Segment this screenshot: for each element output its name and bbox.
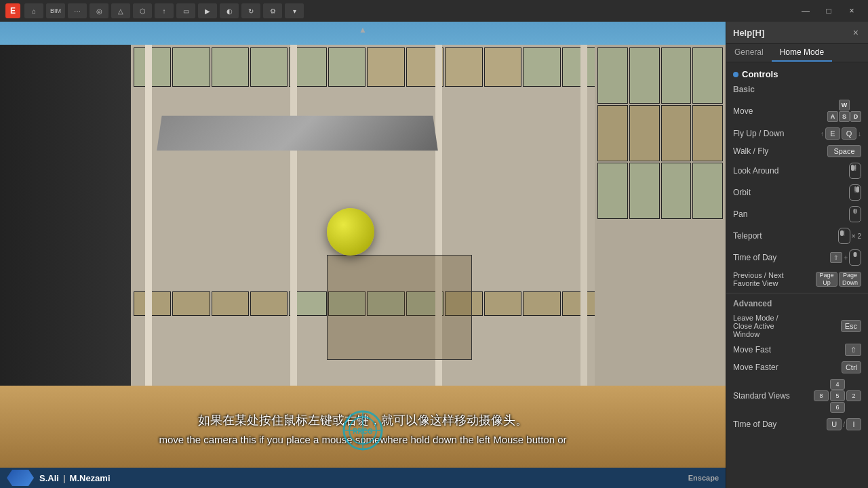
- key-pagedown: PageDown: [839, 272, 861, 287]
- control-orbit-name: Orbit: [733, 188, 846, 197]
- control-std-views-name: Standard Views: [733, 391, 811, 401]
- panel-tabs: General Home Mode: [726, 44, 868, 62]
- section-controls-label: Controls: [742, 69, 778, 79]
- control-leave-name: Leave Mode /Close ActiveWindow: [733, 314, 838, 338]
- bottom-bar: S.Ali | M.Nezami Enscape: [0, 468, 726, 488]
- app-logo: E: [5, 3, 20, 18]
- titlebar-window-controls: — □ ×: [795, 3, 863, 18]
- scene: ▲ 如果在某处按住鼠标左键或右键，就可以像这样移动摄像头。 move the c…: [0, 22, 726, 488]
- move-keys: W A S D: [827, 100, 861, 122]
- look-keys: [849, 163, 861, 179]
- key-4: 4: [830, 379, 845, 390]
- toolbar-settings[interactable]: ⚙: [263, 3, 282, 18]
- titlebar: E ⌂ BIM ⋯ ◎ △ ⬡ ↑ ▭ ▶ ◐ ↻ ⚙ ▾ — □ ×: [0, 0, 868, 22]
- key-esc: Esc: [841, 320, 861, 332]
- fly-keys: ↑ E Q ↓: [821, 127, 861, 140]
- mouse-right-icon: [849, 184, 861, 201]
- control-pan-name: Pan: [733, 209, 846, 219]
- main-area: ▲ 如果在某处按住鼠标左键或右键，就可以像这样移动摄像头。 move the c…: [0, 22, 868, 488]
- control-fly-updown: Fly Up / Down ↑ E Q ↓: [726, 125, 868, 142]
- bottom-bar-authors: S.Ali | M.Nezami: [39, 473, 111, 483]
- toolbar-screenshot[interactable]: ▭: [176, 3, 195, 18]
- control-time-adv-name: Time of Day: [733, 420, 824, 429]
- esc-key: Esc: [841, 320, 861, 332]
- control-teleport-name: Teleport: [733, 231, 835, 241]
- control-move-fast-name: Move Fast: [733, 345, 842, 354]
- author2: M.Nezami: [70, 473, 111, 483]
- key-5: 5: [830, 390, 845, 401]
- help-panel: Help[H] × General Home Mode Controls Bas…: [726, 22, 868, 488]
- numkeys: 8 4 5 6 2: [814, 379, 861, 413]
- control-look-around: Look Around: [726, 160, 868, 182]
- section-dot: [733, 72, 738, 77]
- teleport-keys: × 2: [838, 228, 861, 244]
- shift-key-icon: ⇧: [845, 344, 861, 356]
- panel-content: Controls Basic Move W A S D: [726, 62, 868, 488]
- toolbar-group[interactable]: ⬡: [133, 3, 152, 18]
- key-2: 2: [846, 390, 861, 401]
- control-teleport: Teleport × 2: [726, 225, 868, 247]
- control-move-faster-name: Move Faster: [733, 363, 839, 372]
- key-i: I: [846, 418, 861, 430]
- control-time-name: Time of Day: [733, 253, 827, 262]
- yellow-sphere: [327, 208, 374, 256]
- mouse-dblclick-icon: [838, 228, 850, 244]
- control-prev-next-view: Previous / NextFavorite View PageUp Page…: [726, 268, 868, 290]
- key-pageup: PageUp: [816, 272, 837, 287]
- toolbar-home[interactable]: ⌂: [24, 3, 43, 18]
- control-prev-next-name: Previous / NextFavorite View: [733, 271, 813, 287]
- toolbar-vr[interactable]: ◐: [220, 3, 239, 18]
- shift-key: ⇧: [845, 344, 861, 356]
- control-leave-mode: Leave Mode /Close ActiveWindow Esc: [726, 311, 868, 341]
- key-6: 6: [830, 402, 845, 413]
- toolbar-scene[interactable]: △: [111, 3, 130, 18]
- bottom-bar-logo: [7, 470, 34, 486]
- toolbar-bim[interactable]: BIM: [46, 3, 65, 18]
- titlebar-left: E ⌂ BIM ⋯ ◎ △ ⬡ ↑ ▭ ▶ ◐ ↻ ⚙ ▾: [5, 3, 304, 18]
- tab-general[interactable]: General: [726, 44, 772, 62]
- panel-header: Help[H] ×: [726, 22, 868, 44]
- walk-fly-keys: Space: [827, 145, 861, 157]
- shift-icon: ⇧: [830, 252, 842, 263]
- toolbar-icons: ⌂ BIM ⋯ ◎ △ ⬡ ↑ ▭ ▶ ◐ ↻ ⚙ ▾: [24, 3, 304, 18]
- control-move: Move W A S D: [726, 97, 868, 125]
- toolbar-view2[interactable]: ⋯: [68, 3, 87, 18]
- toolbar-sync[interactable]: ↻: [241, 3, 260, 18]
- control-walk-fly: Walk / Fly Space: [726, 142, 868, 160]
- panel-close-button[interactable]: ×: [850, 26, 861, 39]
- key-q: Q: [842, 127, 856, 140]
- time-keys: ⇧ +: [830, 249, 861, 266]
- toolbar-dropdown[interactable]: ▾: [285, 3, 304, 18]
- control-move-faster: Move Faster Ctrl: [726, 359, 868, 376]
- divider-1: [726, 293, 868, 293]
- key-e: E: [825, 127, 840, 140]
- control-move-fast: Move Fast ⇧: [726, 341, 868, 359]
- toolbar-eye[interactable]: ◎: [90, 3, 108, 18]
- toolbar-export[interactable]: ↑: [155, 3, 174, 18]
- control-look-around-name: Look Around: [733, 166, 846, 176]
- close-button[interactable]: ×: [841, 3, 863, 18]
- minimize-button[interactable]: —: [795, 3, 816, 18]
- mouse-middle-icon: [849, 206, 861, 222]
- ui-keys: U / I: [827, 418, 861, 430]
- control-move-name: Move: [733, 106, 825, 116]
- tab-home-mode[interactable]: Home Mode: [772, 44, 832, 62]
- ctrl-key: Ctrl: [842, 361, 861, 373]
- control-standard-views: Standard Views 8 4 5 6 2: [726, 376, 868, 415]
- key-8: 8: [814, 390, 829, 401]
- bottom-bar-brand: Enscape: [688, 474, 719, 482]
- key-space: Space: [827, 145, 861, 157]
- control-time-of-day: Time of Day ⇧ +: [726, 247, 868, 268]
- top-arrow[interactable]: ▲: [359, 25, 367, 35]
- control-time-advanced: Time of Day U / I: [726, 415, 868, 433]
- pan-keys: [849, 206, 861, 222]
- watermark: RRCG: [342, 410, 383, 451]
- mouse-left-icon: [849, 163, 861, 179]
- subsection-advanced: Advanced: [726, 296, 868, 311]
- key-ctrl: Ctrl: [842, 361, 861, 373]
- viewport[interactable]: ▲ 如果在某处按住鼠标左键或右键，就可以像这样移动摄像头。 move the c…: [0, 22, 726, 488]
- control-orbit: Orbit: [726, 182, 868, 203]
- toolbar-video[interactable]: ▶: [198, 3, 217, 18]
- control-walk-fly-name: Walk / Fly: [733, 146, 825, 156]
- maximize-button[interactable]: □: [818, 3, 840, 18]
